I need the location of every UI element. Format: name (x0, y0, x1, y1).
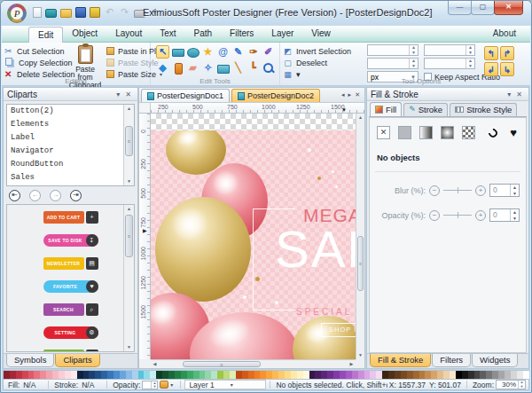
color-swatch[interactable] (22, 371, 28, 379)
select-tool[interactable]: ↖ (156, 45, 169, 59)
new-document-icon[interactable] (33, 7, 42, 18)
spinner-arrows-icon[interactable]: ▲▼ (151, 381, 157, 389)
color-swatch[interactable] (419, 371, 426, 379)
color-swatch[interactable] (4, 371, 10, 379)
preview-scrollbar[interactable]: ▲ ≡ ▼ (123, 205, 134, 351)
color-swatch[interactable] (248, 371, 254, 379)
menu-tab-Filters[interactable]: Filters (221, 26, 262, 43)
menu-tab-Object[interactable]: Object (63, 26, 106, 43)
color-swatch[interactable] (16, 371, 22, 379)
width-input[interactable]: ▲▼ (367, 44, 419, 56)
corner-bottom-right-icon[interactable]: ↳ (500, 62, 514, 76)
clipart-category[interactable]: Label (7, 131, 134, 145)
undo-icon[interactable]: ↶ (104, 6, 115, 18)
color-swatch[interactable] (138, 371, 145, 379)
color-swatch[interactable] (523, 371, 529, 379)
scroll-down-icon[interactable]: ▼ (356, 351, 364, 359)
spiral-tool[interactable]: @ (216, 45, 230, 59)
clipart-category[interactable]: RoundButton (7, 158, 134, 171)
color-swatch[interactable] (272, 371, 278, 379)
line-tool[interactable]: ╲ (231, 61, 245, 75)
next-page-icon[interactable]: → (50, 190, 61, 201)
pencil-tool[interactable]: ✎ (231, 45, 245, 59)
x-position-input[interactable]: ▲▼ (424, 44, 475, 56)
save-icon[interactable] (75, 7, 86, 18)
tab-close-icon[interactable]: ✕ (355, 91, 360, 102)
last-page-icon[interactable]: ⇥ (70, 190, 82, 201)
scroll-right-icon[interactable]: ▶ (348, 360, 356, 368)
color-swatch[interactable] (413, 371, 419, 379)
color-swatch[interactable] (303, 371, 309, 379)
clipart-download-now[interactable]: DOWNLOAD NOW↓ (43, 350, 98, 352)
color-swatch[interactable] (437, 371, 443, 379)
solid-fill-icon[interactable] (398, 126, 411, 139)
tab-fill[interactable]: Fill (370, 102, 402, 116)
color-swatch[interactable] (236, 371, 242, 379)
app-logo[interactable]: P (7, 4, 27, 23)
linear-gradient-icon[interactable] (419, 126, 433, 139)
color-swatch[interactable] (278, 371, 285, 379)
menu-tab-Text[interactable]: Text (151, 26, 184, 43)
color-swatch[interactable] (144, 371, 150, 379)
color-swatch[interactable] (89, 371, 95, 379)
tab-fill-stroke[interactable]: Fill & Stroke (370, 354, 431, 367)
color-swatch[interactable] (443, 371, 450, 379)
opacity-slider[interactable] (443, 215, 472, 216)
color-swatch[interactable] (468, 371, 474, 379)
scroll-up-icon[interactable]: ▲ (124, 205, 134, 213)
deselect-button[interactable]: ▢Deselect (283, 57, 351, 68)
scroll-down-icon[interactable]: ▼ (124, 343, 134, 351)
heart-icon[interactable]: ♥ (510, 127, 517, 138)
menu-tab-Layer[interactable]: Layer (262, 26, 302, 43)
color-swatch[interactable] (370, 371, 376, 379)
clipart-save-to-disk[interactable]: SAVE TO DISK↧ (43, 234, 98, 247)
zoom-tool[interactable] (262, 61, 275, 75)
scroll-down-icon[interactable]: ▼ (124, 177, 134, 185)
clipart-newsletter[interactable]: NEWSLETTER▤ (43, 257, 98, 270)
doc-tab-1[interactable]: PosterDesignDoc1 (141, 89, 230, 102)
no-fill-icon[interactable]: ✕ (377, 126, 390, 139)
color-swatch[interactable] (333, 371, 340, 379)
color-swatch[interactable] (260, 371, 266, 379)
color-swatch[interactable] (40, 371, 46, 379)
open-folder-icon[interactable] (60, 9, 72, 18)
panel-close-icon[interactable]: ✕ (513, 90, 525, 98)
pattern-fill-icon[interactable] (462, 126, 475, 139)
close-button[interactable]: ✕ (494, 1, 523, 15)
canvas-viewport[interactable]: MEGA SALE SPECIAL OFFER SHOP NOW (151, 114, 356, 359)
color-swatch[interactable] (352, 371, 358, 379)
color-swatch[interactable] (254, 371, 261, 379)
height-input[interactable]: ▲▼ (367, 58, 419, 69)
scroll-up-icon[interactable]: ▲ (356, 114, 364, 122)
color-swatch[interactable] (498, 371, 505, 379)
clipart-category[interactable]: Sales (7, 171, 134, 185)
screen-capture-icon[interactable] (45, 9, 57, 18)
color-swatch[interactable] (242, 371, 248, 379)
tab-stroke[interactable]: ✎Stroke (403, 103, 448, 116)
color-swatch[interactable] (285, 371, 291, 379)
color-swatch[interactable] (431, 371, 437, 379)
color-swatch[interactable] (223, 371, 230, 379)
color-swatch[interactable] (211, 371, 217, 379)
copy-selection-button[interactable]: Copy Selection (4, 57, 75, 68)
color-swatch[interactable] (456, 371, 462, 379)
color-swatch[interactable] (120, 371, 126, 379)
canvas-horizontal-scrollbar[interactable]: ◀ ≡ ▶ (151, 359, 356, 368)
color-swatch[interactable] (340, 371, 346, 379)
color-swatch[interactable] (358, 371, 364, 379)
scroll-up-icon[interactable]: ▲ (124, 105, 134, 113)
clipart-category[interactable]: Button(2) (7, 105, 134, 118)
color-swatch[interactable] (309, 371, 316, 379)
connector-tool[interactable]: ┗ (246, 61, 260, 75)
decrease-icon[interactable]: − (429, 210, 440, 221)
color-swatch[interactable] (346, 371, 352, 379)
color-swatch[interactable] (407, 371, 413, 379)
color-swatch[interactable] (200, 371, 206, 379)
color-swatch[interactable] (193, 371, 200, 379)
increase-icon[interactable]: + (475, 185, 486, 196)
color-swatch[interactable] (382, 371, 388, 379)
redo-icon[interactable]: ↷ (119, 6, 130, 18)
tab-filters[interactable]: Filters (432, 354, 471, 367)
poster-canvas[interactable]: MEGA SALE SPECIAL OFFER SHOP NOW (151, 130, 356, 359)
spinner-arrows-icon[interactable]: ▲▼ (510, 185, 519, 196)
